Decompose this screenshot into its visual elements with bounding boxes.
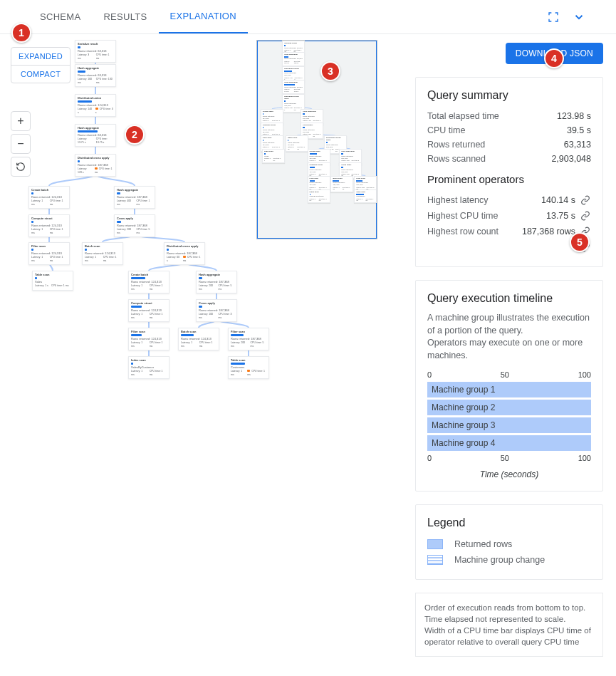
legend-card: Legend Returned rowsMachine group change xyxy=(415,504,603,580)
plan-node[interactable]: Hash aggregateRows returned: 63,313Laten… xyxy=(75,64,116,87)
legend-swatch xyxy=(427,539,443,549)
plan-node[interactable]: Batch scanRows returned: 124,313Latency:… xyxy=(82,242,123,265)
plan-node[interactable]: Serialize resultRows returned: 63,313Lat… xyxy=(75,40,116,63)
details-panel: DOWNLOAD JSON Query summary Total elapse… xyxy=(411,34,616,676)
plan-node[interactable]: Compute structRows returned: 124,313Late… xyxy=(28,214,70,237)
tab-results[interactable]: RESULTS xyxy=(92,0,158,33)
plan-node[interactable]: Filter scanRows returned: 124,313Latency… xyxy=(128,328,169,350)
plan-tree[interactable]: Serialize resultRows returned: 63,313Lat… xyxy=(21,40,268,669)
view-toggle: EXPANDED COMPACT xyxy=(11,47,71,83)
timeline-bar[interactable]: Machine group 1 xyxy=(427,382,591,397)
legend-item: Machine group change xyxy=(427,552,591,568)
timeline-card: Query execution timeline A machine group… xyxy=(415,280,603,492)
plan-node[interactable]: Index scanSalesByCustomerLatency: 1 msCP… xyxy=(308,189,330,204)
plan-node[interactable]: Compute structRows returned: 124,313Late… xyxy=(128,299,169,322)
view-compact-button[interactable]: COMPACT xyxy=(11,65,70,83)
timeline-bar[interactable]: Machine group 2 xyxy=(427,400,591,415)
plan-canvas[interactable]: Serialize resultRows returned: 63,313Lat… xyxy=(0,34,411,676)
plan-node[interactable]: Filter scanRows returned: 124,313Latency… xyxy=(28,242,70,265)
legend-title: Legend xyxy=(427,516,591,529)
plan-node[interactable]: Table scanSalesLatency: 1 sCPU time: 1 m… xyxy=(262,149,285,163)
legend-swatch xyxy=(427,555,443,565)
timeline-bar[interactable]: Machine group 3 xyxy=(427,417,591,433)
summary-row: Total elapsed time123.98 s xyxy=(427,109,591,123)
prominent-operators-title: Prominent operators xyxy=(427,173,591,185)
summary-row: Rows returned63,313 xyxy=(427,137,591,152)
plan-node[interactable]: Cross applyRows returned: 187,368Latency… xyxy=(196,299,237,322)
plan-node[interactable]: Create batchRows returned: 124,313Latenc… xyxy=(28,186,70,209)
prominent-row: Highest latency140.14 s xyxy=(427,192,591,208)
view-expanded-button[interactable]: EXPANDED xyxy=(11,48,70,65)
zoom-reset-button[interactable] xyxy=(11,157,31,177)
plan-node[interactable]: Cross applyRows returned: 187,368Latency… xyxy=(114,214,155,237)
plan-node[interactable]: Index scanSalesByCustomerLatency: 1 msCP… xyxy=(128,356,169,379)
timeline-axis-top: 050100 xyxy=(427,369,591,380)
plan-node[interactable]: Hash aggregateRows returned: 63,313Laten… xyxy=(282,52,305,66)
plan-node[interactable]: Table scanCustomersLatency: 1 msCPU time… xyxy=(228,356,269,379)
plan-node[interactable]: Batch scanRows returned: 124,313Latency:… xyxy=(330,176,353,192)
plan-minimap[interactable]: Serialize resultRows returned: 63,313Lat… xyxy=(256,40,377,239)
prominent-row: Highest CPU time13.75 s xyxy=(427,208,591,224)
callout-badge: 3 xyxy=(320,61,340,81)
plan-node[interactable]: Distributed cross applyRows returned: 18… xyxy=(164,242,205,265)
expand-more-icon[interactable] xyxy=(570,9,588,26)
tabs-bar: SCHEMA RESULTS EXPLANATION xyxy=(0,0,616,34)
plan-node[interactable]: Batch scanRows returned: 124,313Latency:… xyxy=(286,135,308,152)
link-icon[interactable] xyxy=(580,194,591,206)
callout-badge: 2 xyxy=(125,125,145,145)
plan-node[interactable]: Distributed cross applyRows returned: 18… xyxy=(75,154,116,177)
zoom-out-button[interactable]: − xyxy=(11,134,31,154)
timeline-title: Query execution timeline xyxy=(427,292,591,305)
timeline-axis-bottom: 050100 xyxy=(427,452,591,464)
legend-item: Returned rows xyxy=(427,536,591,552)
plan-node[interactable]: Hash aggregateRows returned: 187,368Late… xyxy=(196,271,237,293)
plan-node[interactable]: Table scanSalesLatency: 1 sCPU time: 1 m… xyxy=(32,271,73,291)
tab-schema[interactable]: SCHEMA xyxy=(28,0,92,33)
link-icon[interactable] xyxy=(580,210,591,222)
fullscreen-icon[interactable] xyxy=(545,9,562,26)
plan-node[interactable]: Batch scanRows returned: 124,313Latency:… xyxy=(178,328,219,350)
prominent-row: Highest row count187,368 rows xyxy=(427,224,591,239)
summary-row: Rows scanned2,903,048 xyxy=(427,152,591,166)
plan-node[interactable]: Hash aggregateRows returned: 63,313Laten… xyxy=(282,80,305,94)
zoom-in-button[interactable]: + xyxy=(11,111,31,131)
timeline-bar[interactable]: Machine group 4 xyxy=(427,435,591,451)
callout-badge: 1 xyxy=(11,23,31,43)
plan-node[interactable]: Table scanCustomersLatency: 1 msCPU time… xyxy=(354,189,377,204)
plan-node[interactable]: Distributed unionRows returned: 124,313L… xyxy=(75,94,116,117)
plan-node[interactable]: Hash aggregateRows returned: 187,368Late… xyxy=(114,186,155,209)
timeline-axis-label: Time (seconds) xyxy=(427,469,591,479)
plan-node[interactable]: Filter scanRows returned: 187,368Latency… xyxy=(228,328,269,350)
callout-badge: 4 xyxy=(544,48,564,68)
footnote: Order of execution reads from bottom to … xyxy=(415,593,603,657)
query-summary-title: Query summary xyxy=(427,89,591,102)
plan-node[interactable]: Create batchRows returned: 124,313Latenc… xyxy=(128,271,169,293)
plan-node[interactable]: Hash aggregateRows returned: 63,313Laten… xyxy=(75,124,116,147)
tab-explanation[interactable]: EXPLANATION xyxy=(159,0,248,33)
summary-row: CPU time39.5 s xyxy=(427,123,591,137)
callout-badge: 5 xyxy=(570,232,590,252)
timeline-description: A machine group illustrates the executio… xyxy=(427,312,591,362)
